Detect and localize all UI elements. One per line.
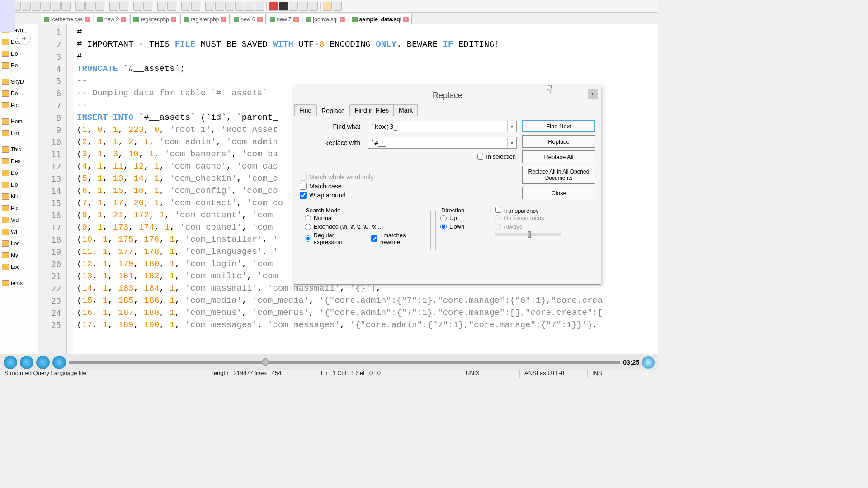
redo-icon[interactable] (119, 2, 128, 11)
play-multi-icon[interactable] (299, 2, 308, 11)
wrap-icon[interactable] (205, 2, 214, 11)
mode-extended-radio[interactable] (305, 224, 311, 230)
folder-icon[interactable] (255, 2, 264, 11)
tree-item[interactable]: Des (0, 155, 38, 167)
expand-arrow-icon[interactable]: ➔ (17, 32, 31, 45)
tree-item[interactable]: Re (0, 60, 38, 71)
record-icon[interactable] (269, 2, 278, 11)
tree-item[interactable] (0, 139, 38, 144)
save-all-icon[interactable] (32, 2, 41, 11)
close-all-icon[interactable] (52, 2, 61, 11)
tree-item[interactable]: Do (0, 179, 38, 191)
cut-icon[interactable] (75, 2, 85, 11)
file-tree-sidebar[interactable]: FavoDesDoReSkyDDoPicHomEmThisDesDoDoMuPi… (0, 24, 38, 361)
document-tab[interactable]: sample_data.sql× (349, 14, 412, 24)
tab-close-icon[interactable]: × (293, 17, 299, 22)
player-knob[interactable] (262, 358, 269, 366)
tab-close-icon[interactable]: × (257, 17, 263, 22)
tree-item[interactable]: Do (0, 48, 38, 60)
dialog-titlebar[interactable]: Replace × (294, 86, 601, 104)
doc-map-icon[interactable] (235, 2, 244, 11)
tab-close-icon[interactable]: × (121, 17, 126, 22)
document-tab[interactable]: register.php× (130, 14, 179, 24)
mode-regex-radio[interactable] (305, 235, 311, 242)
document-tab[interactable]: new 2× (94, 14, 129, 24)
player-info-icon[interactable] (642, 356, 655, 369)
tree-item[interactable]: tems (0, 277, 38, 289)
paste-icon[interactable] (95, 2, 104, 11)
dialog-close-icon[interactable]: × (588, 89, 598, 99)
close-icon[interactable] (42, 2, 51, 11)
find-next-button[interactable]: Find Next (522, 120, 595, 132)
replace-input[interactable]: `#__▾ (368, 137, 517, 149)
fold-gutter[interactable] (67, 24, 74, 361)
dropdown-icon[interactable]: ▾ (507, 137, 516, 148)
player-prev-icon[interactable] (4, 356, 17, 369)
close-button[interactable]: Close (522, 187, 595, 199)
dialog-tab[interactable]: Find in Files (350, 104, 394, 116)
spellcheck-icon[interactable] (323, 2, 332, 11)
tree-item[interactable]: Do (0, 88, 38, 99)
mode-normal-radio[interactable] (305, 215, 311, 221)
replace-icon[interactable] (143, 2, 152, 11)
undo-icon[interactable] (109, 2, 118, 11)
tree-item[interactable]: SkyD (0, 76, 38, 88)
dir-down-radio[interactable] (440, 224, 447, 230)
tab-close-icon[interactable]: × (171, 17, 176, 22)
tab-close-icon[interactable]: × (403, 17, 409, 22)
player-rewind-icon[interactable] (20, 356, 33, 369)
tree-item[interactable] (0, 273, 38, 277)
match-case-checkbox[interactable] (300, 183, 307, 190)
document-tab[interactable]: new 6× (231, 14, 266, 24)
dialog-tab[interactable]: Mark (394, 104, 418, 116)
tree-item[interactable]: My (0, 249, 38, 261)
tree-item[interactable]: Em (0, 127, 38, 139)
tree-item[interactable]: Pic (0, 99, 38, 111)
tree-item[interactable]: Loc (0, 238, 38, 249)
document-tab[interactable]: new 7× (267, 14, 302, 24)
copy-icon[interactable] (85, 2, 94, 11)
dialog-tab[interactable]: Find (294, 104, 316, 116)
tree-item[interactable]: Loc (0, 261, 38, 273)
sync-h-icon[interactable] (191, 2, 200, 11)
tab-close-icon[interactable]: × (85, 17, 90, 22)
wrap-checkbox[interactable] (300, 192, 307, 199)
tree-item[interactable]: Mu (0, 191, 38, 202)
play-icon[interactable] (289, 2, 298, 11)
tree-item[interactable]: Do (0, 167, 38, 179)
indent-icon[interactable] (225, 2, 234, 11)
tree-item[interactable]: Vid (0, 214, 38, 226)
tree-item[interactable] (0, 71, 38, 76)
document-tab[interactable]: joomla.sql× (303, 14, 348, 24)
dir-up-radio[interactable] (440, 215, 447, 221)
save-icon[interactable] (22, 2, 31, 11)
print-icon[interactable] (61, 2, 71, 11)
find-input[interactable]: `koxj3_▾ (368, 121, 517, 132)
show-all-icon[interactable] (215, 2, 224, 11)
dot-newline-checkbox[interactable] (371, 235, 377, 242)
tree-item[interactable]: Hom (0, 116, 38, 127)
replace-all-button[interactable]: Replace All (522, 150, 595, 163)
player-play-icon[interactable] (36, 356, 50, 369)
tree-item[interactable]: This (0, 144, 38, 155)
func-list-icon[interactable] (245, 2, 254, 11)
zoom-in-icon[interactable] (157, 2, 166, 11)
in-selection-checkbox[interactable] (477, 154, 483, 160)
tree-item[interactable]: Wi (0, 226, 38, 238)
player-track[interactable] (69, 361, 620, 364)
find-icon[interactable] (133, 2, 142, 11)
zoom-out-icon[interactable] (167, 2, 176, 11)
tree-item[interactable] (0, 111, 38, 116)
document-tab[interactable]: register.php× (180, 14, 230, 24)
dialog-tab[interactable]: Replace (316, 105, 349, 116)
transparency-checkbox[interactable] (495, 207, 501, 213)
dropdown-icon[interactable]: ▾ (507, 121, 516, 132)
replace-button[interactable]: Replace (522, 135, 595, 148)
tree-item[interactable]: Pic (0, 202, 38, 214)
player-next-icon[interactable] (52, 356, 66, 369)
save-macro-icon[interactable] (309, 2, 318, 11)
explorer-icon[interactable] (333, 2, 342, 11)
tab-close-icon[interactable]: × (340, 17, 345, 22)
sync-v-icon[interactable] (181, 2, 190, 11)
stop-icon[interactable] (279, 2, 288, 11)
